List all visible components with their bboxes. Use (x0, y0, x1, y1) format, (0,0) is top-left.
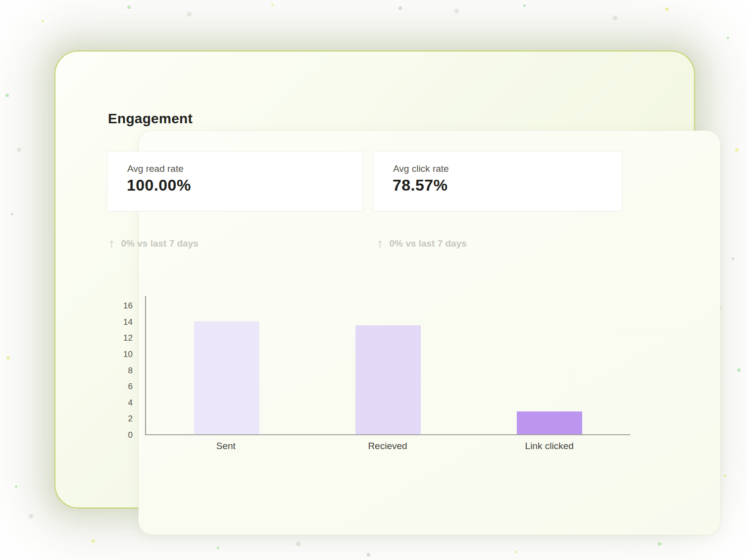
bar-sent[interactable] (194, 321, 259, 434)
y-tick-label: 16 (123, 301, 133, 311)
x-axis-labels: SentRecievedLink clicked (145, 441, 630, 452)
bar-band (469, 296, 630, 434)
delta-read-rate-text: 0% vs last 7 days (121, 238, 199, 249)
y-tick-label: 4 (128, 398, 133, 408)
y-tick-label: 12 (123, 333, 133, 344)
bar-band (307, 296, 469, 434)
delta-click-rate: ↑ 0% vs last 7 days (377, 236, 467, 252)
y-tick-label: 0 (128, 430, 133, 441)
up-arrow-icon: ↑ (377, 237, 383, 250)
x-axis-label-link-clicked: Link clicked (468, 441, 630, 452)
y-axis: 0246810121416 (89, 296, 139, 435)
bar-plot (145, 296, 630, 435)
x-axis-label-recieved: Recieved (307, 441, 469, 452)
stat-label-read-rate: Avg read rate (127, 163, 184, 174)
stat-value-read-rate: 100.00% (127, 176, 191, 195)
delta-click-rate-text: 0% vs last 7 days (390, 238, 467, 249)
stat-label-click-rate: Avg click rate (393, 163, 449, 174)
stat-card-click-rate: Avg click rate 78.57% (373, 151, 622, 211)
y-tick-label: 14 (123, 317, 133, 328)
y-tick-label: 10 (123, 349, 133, 360)
delta-read-rate: ↑ 0% vs last 7 days (108, 236, 199, 252)
up-arrow-icon: ↑ (108, 237, 115, 250)
bar-link-clicked[interactable] (517, 411, 582, 434)
bar-band (146, 296, 307, 434)
stat-value-click-rate: 78.57% (393, 176, 448, 195)
y-tick-label: 8 (128, 365, 133, 376)
page: Engagement Avg read rate 100.00% Avg cli… (0, 0, 747, 560)
background-noise-speckles-gray (0, 0, 2, 2)
y-tick-label: 6 (128, 381, 133, 392)
bar-recieved[interactable] (355, 325, 421, 434)
panel-title: Engagement (108, 111, 193, 127)
stat-card-read-rate: Avg read rate 100.00% (107, 151, 363, 211)
x-axis-label-sent: Sent (145, 441, 307, 452)
y-tick-label: 2 (128, 413, 133, 424)
